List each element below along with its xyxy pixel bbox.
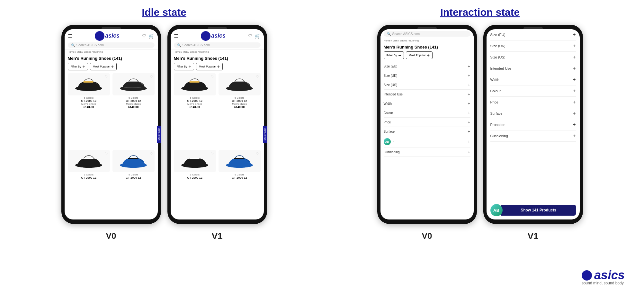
v0-idle-label: V0 [106, 231, 116, 241]
v1-interaction-container: Size (EU) + Size (UK) + Size (US) + [483, 25, 583, 241]
product-price: £140.00 [219, 105, 261, 109]
ab-avatar: AB [384, 138, 391, 145]
wishlist-icon[interactable]: ♡ [211, 74, 215, 79]
heart-icon[interactable]: ♡ [142, 33, 146, 39]
wishlist-icon[interactable]: ♡ [150, 74, 153, 79]
filter-by-btn[interactable]: Filter By − [384, 51, 404, 59]
search-bar[interactable]: 🔍 Search ASICS.com [384, 31, 470, 37]
shoe-finder-tab[interactable]: Shoe Finder [263, 126, 264, 143]
filter-pronation[interactable]: Pronation + [490, 119, 576, 130]
wishlist-icon[interactable]: ♡ [256, 74, 259, 79]
shoe-illustration [74, 152, 103, 170]
search-icon: 🔍 [71, 43, 75, 47]
search-icon: 🔍 [387, 32, 391, 36]
product-info: 5 Colors GT-2000 12 Men's Shoes £140.00 [112, 96, 155, 109]
filter-cushioning[interactable]: Cushioning + [490, 130, 576, 142]
filter-size-eu[interactable]: Size (EU) + [384, 62, 470, 71]
filter-width[interactable]: Width + [490, 74, 576, 85]
filter-by-btn[interactable]: Filter By + [68, 63, 88, 70]
product-colors: 5 Colors [174, 173, 216, 176]
product-price: £140.00 [174, 105, 216, 109]
search-bar[interactable]: 🔍 Search ASICS.com [174, 42, 261, 48]
filter-cushioning[interactable]: Cushioning + [384, 148, 470, 157]
shoe-illustration [225, 152, 254, 170]
product-info: 5 Colors GT-2000 12 Men's Shoes £140.00 [219, 96, 261, 109]
filter-colour[interactable]: Colour + [490, 85, 576, 97]
filter-panel: Men's Running Shoes (141) Filter By − Mo… [380, 43, 474, 219]
filter-size-us[interactable]: Size (US) + [384, 80, 470, 90]
filter-price[interactable]: Price + [384, 118, 470, 127]
product-category: Men's Shoes [219, 103, 261, 105]
hamburger-icon[interactable]: ☰ [68, 33, 72, 39]
filter-row: Filter By + Most Popular + [174, 63, 261, 70]
main-layout: Idle state ☰ asics [0, 6, 644, 241]
wishlist-icon[interactable]: ♡ [105, 151, 109, 156]
plus-icon: + [468, 110, 470, 115]
filter-size-eu[interactable]: Size (EU) + [490, 29, 576, 40]
hamburger-icon[interactable]: ☰ [174, 33, 178, 39]
product-colors: 5 Colors [174, 96, 216, 99]
asics-header: ☰ asics ♡ 🛒 🔍 [171, 29, 264, 49]
filter-surface[interactable]: Surface + [384, 127, 470, 136]
product-card: ♡ 5 Colors GT-2000 12 Men's Shoes £140.0… [112, 73, 155, 147]
show-products-button[interactable]: Show 141 Products [501, 205, 576, 216]
plus-icon: + [468, 129, 470, 134]
asics-header: ☰ asics ♡ 🛒 🔍 [65, 29, 158, 49]
filter-size-us[interactable]: Size (US) + [490, 52, 576, 63]
product-colors: 5 Colors [219, 173, 261, 176]
svg-rect-3 [128, 81, 138, 82]
brand-logo-text: asics [582, 268, 625, 282]
filter-intended-use[interactable]: Intended Use + [490, 63, 576, 74]
wishlist-icon[interactable]: ♡ [150, 151, 153, 156]
svg-rect-13 [189, 158, 200, 159]
most-popular-btn[interactable]: Most Popular + [90, 63, 117, 70]
cart-icon[interactable]: 🛒 [255, 33, 260, 39]
filter-price[interactable]: Price + [490, 97, 576, 108]
plus-icon: + [573, 99, 576, 105]
asics-header: 🔍 Search ASICS.com [380, 29, 474, 38]
filter-width[interactable]: Width + [384, 99, 470, 108]
filter-row: Filter By − Most Popular + [384, 51, 470, 59]
svg-rect-15 [234, 158, 244, 159]
search-bar[interactable]: 🔍 Search ASICS.com [68, 42, 155, 48]
product-colors: 5 Colors [112, 96, 155, 99]
most-popular-btn[interactable]: Most Popular + [196, 63, 223, 70]
product-name: GT-2000 12 [174, 99, 216, 103]
heart-icon[interactable]: ♡ [248, 33, 252, 39]
v1-idle-label: V1 [211, 231, 222, 241]
plus-icon: + [83, 64, 85, 69]
search-icon: 🔍 [177, 43, 181, 47]
product-image [112, 73, 155, 95]
filter-size-uk[interactable]: Size (UK) + [490, 40, 576, 52]
product-image [68, 73, 110, 95]
cart-icon[interactable]: 🛒 [149, 33, 154, 39]
product-info: 5 Colors GT-2000 12 [112, 173, 155, 179]
plus-icon: + [468, 149, 470, 155]
plus-icon: + [427, 53, 430, 58]
wishlist-icon[interactable]: ♡ [256, 151, 259, 156]
interaction-phones-row: 🔍 Search ASICS.com Home / Men / Shoes / … [377, 25, 583, 241]
filter-surface[interactable]: Surface + [490, 108, 576, 119]
product-image [219, 73, 261, 95]
shoe-illustration [119, 152, 148, 170]
v1-interaction-screen: Size (EU) + Size (UK) + Size (US) + [487, 29, 580, 219]
filter-pronation[interactable]: AB n + [384, 136, 470, 148]
wishlist-icon[interactable]: ♡ [211, 151, 215, 156]
v1-interaction-phone: Size (EU) + Size (UK) + Size (US) + [483, 25, 583, 224]
plus-icon: + [468, 73, 470, 78]
shoe-finder-tab[interactable]: Shoe Finder [157, 126, 158, 143]
product-info: 5 Colors GT-2000 12 Men's Shoes £140.00 [174, 96, 216, 109]
filter-size-uk[interactable]: Size (UK) + [384, 71, 470, 80]
product-name: GT-2000 12 [68, 99, 110, 103]
wishlist-icon[interactable]: ♡ [105, 74, 109, 79]
filter-intended-use[interactable]: Intended Use + [384, 90, 470, 99]
v1-bottom-cta: AB Show 141 Products [487, 201, 580, 219]
product-name: GT-2000 12 [112, 176, 155, 179]
product-info: 5 Colors GT-2000 12 [219, 173, 261, 179]
v1-idle-phone: ☰ asics ♡ 🛒 🔍 [167, 25, 267, 224]
logo-circle [95, 31, 104, 41]
v0-interaction-phone: 🔍 Search ASICS.com Home / Men / Shoes / … [377, 25, 477, 224]
filter-colour[interactable]: Colour + [384, 108, 470, 118]
most-popular-btn[interactable]: Most Popular + [406, 51, 433, 59]
filter-by-btn[interactable]: Filter By + [174, 63, 194, 70]
